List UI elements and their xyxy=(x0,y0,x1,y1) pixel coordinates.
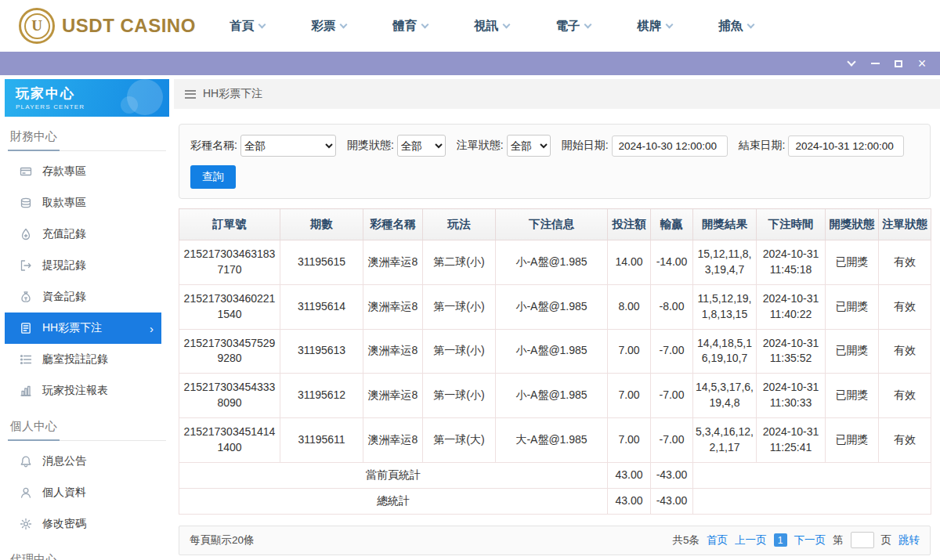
deposit-icon xyxy=(20,165,32,178)
window-collapse-button[interactable] xyxy=(840,52,863,75)
draw-status-cell: 已開獎 xyxy=(826,418,879,463)
recharge-record-icon xyxy=(20,228,32,240)
page-summary-empty xyxy=(693,462,931,488)
draw-result-cell: 15,12,11,8,3,19,4,7 xyxy=(693,240,757,285)
sidebar-item-player-bet-report[interactable]: 玩家投注報表 xyxy=(0,375,174,406)
lottery-bet-icon xyxy=(20,322,32,334)
window-titlebar: × xyxy=(0,52,940,75)
close-icon: × xyxy=(918,56,927,70)
play-type-cell: 第一球(大) xyxy=(423,418,496,463)
nav-item-sports[interactable]: 體育 xyxy=(370,18,451,34)
bet-status-select[interactable]: 全部 xyxy=(507,135,551,157)
start-date-input[interactable] xyxy=(612,135,728,157)
bet-amount-cell: 7.00 xyxy=(608,418,651,463)
nav-item-fishing[interactable]: 捕魚 xyxy=(696,18,777,34)
chevron-down-icon xyxy=(340,20,348,28)
win-loss-cell: -7.00 xyxy=(651,329,693,374)
prev-page-link[interactable]: 上一页 xyxy=(735,533,767,547)
col-header-bet-info: 下注信息 xyxy=(496,209,608,240)
table-row: 2152173034543338090 31195612 澳洲幸运8 第一球(小… xyxy=(179,374,931,418)
sidebar-item-withdrawal-records[interactable]: 提現記錄 xyxy=(0,250,174,281)
nav-item-home[interactable]: 首頁 xyxy=(207,18,288,34)
sidebar-item-change-password[interactable]: 修改密碼 xyxy=(0,508,174,540)
draw-status-select[interactable]: 全部 xyxy=(397,135,446,157)
col-header-bet-amount: 投注額 xyxy=(608,209,651,240)
nav-item-lottery[interactable]: 彩票 xyxy=(288,18,370,34)
lottery-name-cell: 澳洲幸运8 xyxy=(363,240,423,285)
bet-time-cell: 2024-10-31 11:45:18 xyxy=(757,240,826,285)
nav-item-electronic[interactable]: 電子 xyxy=(533,18,614,34)
brand-name: USDT CASINO xyxy=(62,15,196,37)
bet-status-cell: 有效 xyxy=(879,284,931,329)
bet-amount-cell: 7.00 xyxy=(608,374,651,418)
sidebar-item-hh-lottery-bets[interactable]: HH彩票下注 › xyxy=(5,313,161,344)
col-header-draw-status: 開獎狀態 xyxy=(826,209,879,240)
col-header-order-id: 訂單號 xyxy=(179,209,280,240)
sidebar-item-hall-bet-records[interactable]: 廳室投註記錄 xyxy=(0,344,174,375)
sidebar-item-announcements[interactable]: 消息公告 xyxy=(0,446,174,477)
order-id-cell: 2152173034543338090 xyxy=(179,374,280,418)
chevron-down-icon xyxy=(258,20,266,28)
sidebar-item-withdraw[interactable]: 取款專區 xyxy=(0,187,174,219)
search-button[interactable]: 查詢 xyxy=(190,165,236,189)
window-close-button[interactable]: × xyxy=(910,52,934,75)
window-minimize-button[interactable] xyxy=(863,52,887,75)
lottery-name-cell: 澳洲幸运8 xyxy=(363,329,423,374)
current-page-badge[interactable]: 1 xyxy=(774,533,787,547)
sidebar-item-deposit[interactable]: 存款專區 xyxy=(0,156,174,187)
col-header-play-type: 玩法 xyxy=(423,209,496,240)
top-header: U USDT CASINO 首頁 彩票 體育 視訊 電子 棋牌 捕魚 xyxy=(0,0,940,52)
next-page-link[interactable]: 下一页 xyxy=(794,533,826,547)
workspace: 玩家中心 PLAYERS CENTER 財務中心 存款專區 取款專區 充值記錄 xyxy=(0,75,940,560)
section-agent-center: 代理中心 xyxy=(8,552,166,560)
sidebar-item-profile[interactable]: 個人資料 xyxy=(0,477,174,508)
sidebar-item-recharge-records[interactable]: 充值記錄 xyxy=(0,219,174,250)
table-header-row: 訂單號 期數 彩種名稱 玩法 下注信息 投注額 輸贏 開獎結果 下注時間 開獎狀… xyxy=(179,209,931,240)
nav-item-board-games[interactable]: 棋牌 xyxy=(614,18,696,34)
total-summary-row: 總統計 43.00 -43.00 xyxy=(179,488,931,514)
win-loss-cell: -7.00 xyxy=(651,418,693,463)
sidebar-item-funds-records[interactable]: 資金記錄 xyxy=(0,281,174,313)
withdraw-icon xyxy=(20,197,32,209)
draw-result-cell: 11,5,12,19,1,8,13,15 xyxy=(693,284,757,329)
top-navigation: 首頁 彩票 體育 視訊 電子 棋牌 捕魚 xyxy=(207,18,777,34)
profile-icon xyxy=(20,486,32,499)
bet-info-cell: 大-A盤@1.985 xyxy=(496,418,608,463)
bet-status-cell: 有效 xyxy=(879,240,931,285)
password-gear-icon xyxy=(20,518,32,530)
order-id-cell: 2152173034602211540 xyxy=(179,284,280,329)
table-row: 2152173034631837170 31195615 澳洲幸运8 第二球(小… xyxy=(179,240,931,285)
nav-item-live-video[interactable]: 視訊 xyxy=(451,18,533,34)
page-summary-label: 當前頁統計 xyxy=(179,462,608,488)
table-row: 2152173034514141400 31195611 澳洲幸运8 第一球(大… xyxy=(179,418,931,463)
page-summary-amount: 43.00 xyxy=(608,462,651,488)
page-summary-win-loss: -43.00 xyxy=(651,462,693,488)
lottery-type-select[interactable]: 全部 xyxy=(240,135,336,157)
col-header-win-loss: 輸贏 xyxy=(651,209,693,240)
draw-status-cell: 已開獎 xyxy=(826,329,879,374)
play-type-cell: 第一球(小) xyxy=(423,284,496,329)
bet-status-cell: 有效 xyxy=(879,418,931,463)
window-maximize-button[interactable] xyxy=(887,52,910,75)
col-header-period: 期數 xyxy=(280,209,363,240)
funds-record-icon xyxy=(20,291,32,303)
page-title: HH彩票下注 xyxy=(203,87,262,101)
chevron-right-icon: › xyxy=(150,323,154,334)
bet-time-cell: 2024-10-31 11:35:52 xyxy=(757,329,826,374)
end-date-input[interactable] xyxy=(788,135,904,157)
jump-suffix-text: 页 xyxy=(881,533,892,547)
finance-menu: 存款專區 取款專區 充值記錄 提現記錄 資金記錄 xyxy=(0,151,174,406)
jump-button[interactable]: 跳转 xyxy=(898,533,920,547)
chevron-down-icon xyxy=(666,20,674,28)
content-area: 彩種名稱: 全部 開獎狀態: 全部 注單狀態: 全部 開始日期: 結束日期: 查… xyxy=(174,109,940,560)
page-summary-row: 當前頁統計 43.00 -43.00 xyxy=(179,462,931,488)
announcement-icon xyxy=(20,455,32,468)
first-page-link[interactable]: 首页 xyxy=(707,533,728,547)
draw-result-cell: 14,5,3,17,6,19,4,8 xyxy=(693,374,757,418)
withdraw-record-icon xyxy=(20,259,32,272)
order-id-cell: 2152173034575299280 xyxy=(179,329,280,374)
jump-page-input[interactable] xyxy=(851,532,874,548)
end-date-label: 結束日期: xyxy=(739,139,786,153)
chevron-down-icon xyxy=(847,57,855,66)
menu-toggle-icon[interactable] xyxy=(185,90,196,99)
